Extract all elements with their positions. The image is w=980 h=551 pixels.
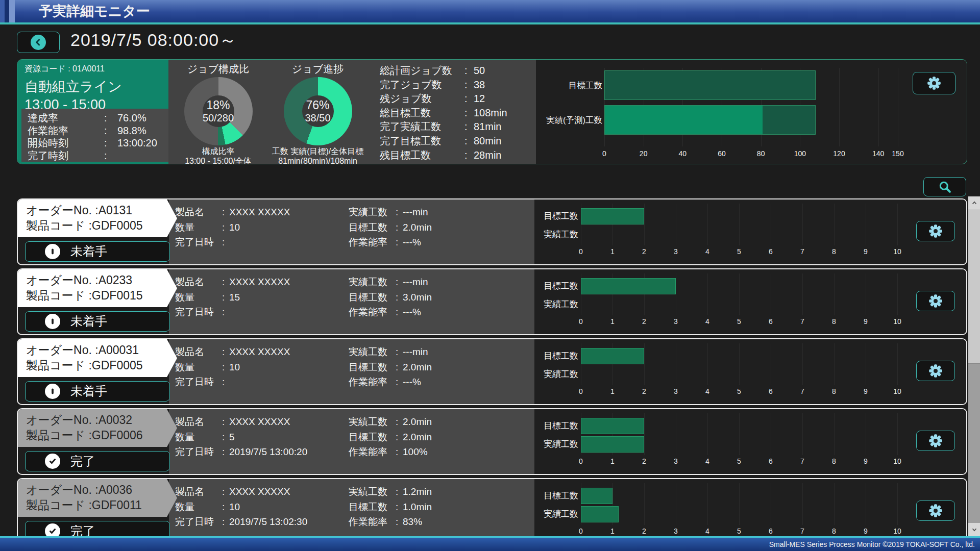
axis-tick: 6 (769, 317, 773, 325)
scroll-down-button[interactable] (968, 523, 980, 536)
order-row[interactable]: オーダーNo. :A0131製品コード :GDF0005未着手製品名:XXXX … (17, 198, 967, 265)
gridline (707, 483, 708, 525)
order-bar-chart: 012345678910目標工数実績工数 (534, 269, 966, 334)
gridline (839, 68, 840, 146)
order-details-right: 実績工数:1.2min目標工数:1.0min作業能率:83% (349, 484, 432, 530)
detail-field: 完了日時: (175, 374, 290, 390)
check-icon (47, 456, 58, 466)
gridline (866, 273, 866, 315)
order-row[interactable]: オーダーNo. :A00031製品コード :GDF0005未着手製品名:XXXX… (17, 338, 967, 405)
axis-tick: 2 (642, 247, 646, 256)
detail-field: 実績工数:---min (349, 274, 432, 290)
status-button[interactable]: 未着手 (25, 381, 170, 402)
donut-fraction: 50/280 (203, 112, 234, 124)
gridline (898, 68, 898, 146)
title-bar: 予実詳細モニター (0, 0, 980, 24)
axis-tick: 1 (610, 527, 615, 535)
gridline (771, 273, 771, 315)
order-label-area: オーダーNo. :A00031製品コード :GDF0005未着手 (18, 339, 169, 404)
axis-tick: 140 (872, 149, 884, 158)
gridline (644, 343, 645, 385)
row-settings-button[interactable] (916, 221, 955, 241)
detail-field: 作業能率:100% (349, 444, 432, 460)
order-number: オーダーNo. :A0131 (26, 203, 177, 218)
status-button[interactable]: 未着手 (25, 241, 170, 262)
scrollbar-thumb[interactable] (968, 210, 980, 364)
job-stat: 完了ジョブ数:38 (380, 78, 536, 92)
job-stat: 完了実績工数:81min (380, 120, 536, 134)
detail-field: 実績工数:---min (349, 205, 432, 220)
scroll-up-button[interactable] (968, 196, 980, 210)
donut-title: ジョブ進捗 (268, 62, 368, 76)
axis-tick: 6 (769, 247, 773, 256)
axis-tick: 0 (579, 527, 583, 535)
row-settings-button[interactable] (916, 361, 955, 381)
axis-tick: 5 (737, 247, 741, 256)
gridline (771, 413, 771, 455)
order-row[interactable]: オーダーNo. :A0032製品コード :GDF0006完了製品名:XXXX X… (17, 408, 967, 475)
detail-field: 目標工数:2.0min (349, 360, 432, 375)
axis-tick: 60 (718, 149, 726, 158)
axis-tick: 80 (757, 149, 765, 158)
gridline (866, 343, 866, 385)
row-settings-button[interactable] (916, 431, 955, 451)
gear-icon (928, 224, 943, 238)
back-button[interactable] (17, 32, 60, 53)
gridline (676, 413, 676, 455)
order-number: オーダーNo. :A0233 (26, 272, 177, 288)
status-button[interactable]: 完了 (25, 451, 170, 471)
order-bar-chart: 012345678910目標工数実績工数 (534, 199, 966, 264)
axis-tick: 8 (832, 317, 836, 325)
actual-forecast-manhours-bar (604, 105, 816, 135)
status-button[interactable]: 未着手 (25, 311, 170, 332)
axis-tick: 4 (705, 247, 709, 256)
order-row[interactable]: オーダーNo. :A0036製品コード :GDF0011完了製品名:XXXX X… (17, 478, 967, 536)
gridline (897, 343, 898, 385)
product-code: 製品コード :GDF0006 (26, 428, 177, 443)
scrollbar[interactable] (968, 196, 980, 536)
detail-field: 数量:10 (175, 220, 290, 235)
order-details-left: 製品名:XXXX XXXXX数量:10完了日時:2019/7/5 13:02:3… (175, 484, 307, 530)
order-row[interactable]: オーダーNo. :A0233製品コード :GDF0015未着手製品名:XXXX … (17, 268, 967, 335)
product-code: 製品コード :GDF0005 (26, 358, 177, 373)
detail-field: 作業能率:---% (349, 374, 432, 390)
axis-tick: 2 (642, 317, 646, 325)
gridline (707, 204, 708, 245)
search-button[interactable] (923, 177, 966, 196)
gear-icon (928, 364, 943, 378)
axis-tick: 1 (610, 317, 615, 325)
axis-tick: 3 (674, 527, 678, 535)
axis-tick: 6 (769, 457, 773, 465)
not-started-icon (47, 386, 58, 396)
target-manhours-bar (581, 418, 644, 434)
bar-label: 目標工数 (534, 278, 578, 294)
detail-field: 完了日時: (175, 235, 290, 250)
axis-tick: 7 (800, 317, 804, 325)
row-settings-button[interactable] (916, 500, 955, 521)
bar-label: 実績工数 (534, 227, 578, 243)
order-number: オーダーNo. :A0032 (26, 412, 177, 428)
row-settings-button[interactable] (916, 291, 955, 311)
donut-center: 76%38/50 (284, 77, 352, 145)
product-code: 製品コード :GDF0005 (26, 218, 177, 233)
detail-field: 製品名:XXXX XXXXX (175, 274, 290, 290)
footer-text: Small-MES Series Process Monitor ©2019 T… (769, 540, 975, 548)
donut-chart: ジョブ進捗76%38/50工数 実績(目標)/全体目標81min(80min)/… (268, 60, 368, 164)
axis-tick: 9 (864, 317, 868, 325)
axis-tick: 10 (893, 317, 901, 325)
axis-tick: 0 (579, 457, 583, 465)
summary-settings-button[interactable] (913, 72, 955, 94)
axis-tick: 9 (864, 247, 868, 256)
footer: Small-MES Series Process Monitor ©2019 T… (0, 536, 980, 551)
detail-field: 完了日時:2019/7/5 13:00:20 (175, 444, 307, 460)
job-stat: 完了目標工数:80min (380, 134, 536, 148)
axis-tick: 8 (832, 247, 836, 256)
detail-field: 数量:10 (175, 360, 290, 375)
order-label-area: オーダーNo. :A0233製品コード :GDF0015未着手 (18, 269, 169, 334)
status-button[interactable]: 完了 (25, 521, 170, 536)
axis-tick: 100 (794, 149, 806, 158)
gridline (834, 483, 835, 525)
gridline (707, 273, 708, 315)
check-icon (47, 526, 58, 536)
donut-title: ジョブ構成比 (168, 62, 268, 76)
